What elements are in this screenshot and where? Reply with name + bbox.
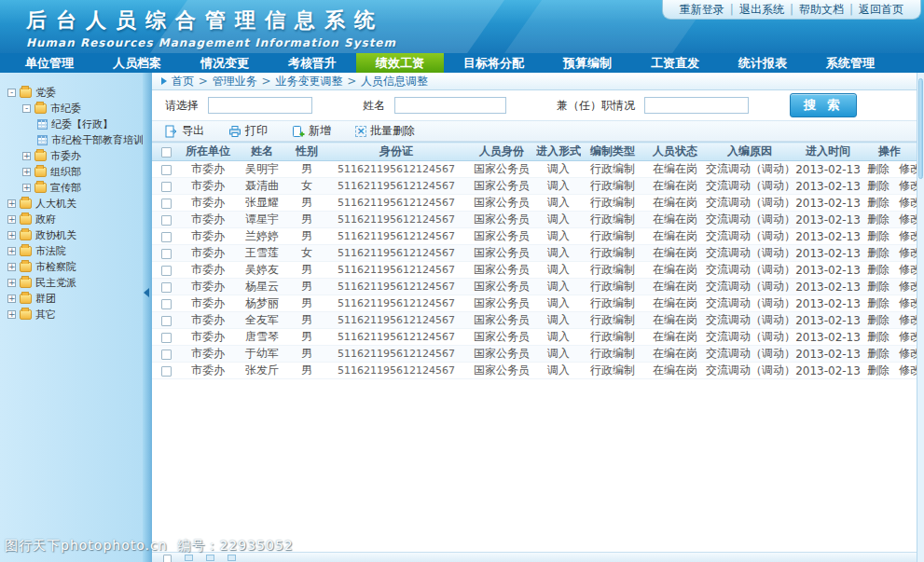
tree-node-1[interactable]: -党委 [0, 85, 143, 101]
delete-link[interactable]: 删除 [862, 347, 894, 360]
breadcrumb-item-2[interactable]: 管理业务 [213, 75, 257, 88]
tree-node-6[interactable]: +组织部 [0, 164, 143, 180]
tree-node-11[interactable]: +市法院 [0, 243, 143, 259]
expand-toggle-icon[interactable]: + [22, 168, 31, 176]
delete-link[interactable]: 删除 [862, 263, 894, 276]
delete-link[interactable]: 删除 [862, 179, 894, 192]
edit-link[interactable]: 修改 [894, 313, 917, 326]
row-checkbox[interactable] [161, 299, 172, 309]
edit-link[interactable]: 修改 [894, 196, 917, 209]
edit-link[interactable]: 修改 [894, 363, 917, 377]
breadcrumb-item-3[interactable]: 业务变更调整 [275, 75, 342, 88]
nav-item-5[interactable]: 绩效工资 [356, 53, 444, 73]
tree-node-5[interactable]: +市委办 [0, 148, 143, 164]
quick-link-2[interactable]: 退出系统 [734, 2, 790, 18]
select-all-checkbox[interactable] [161, 147, 172, 158]
search-button[interactable]: 搜 索 [790, 93, 857, 117]
scrollbar-thumb[interactable] [918, 78, 923, 179]
nav-item-6[interactable]: 目标将分配 [444, 53, 544, 73]
export-button[interactable]: 导出 [165, 123, 204, 139]
edit-link[interactable]: 修改 [894, 179, 917, 192]
delete-link[interactable]: 删除 [862, 330, 894, 343]
expand-toggle-icon[interactable]: + [7, 279, 16, 287]
edit-link[interactable]: 修改 [894, 330, 917, 343]
cell-entry: 调入 [536, 295, 581, 312]
nav-item-8[interactable]: 工资直发 [631, 53, 719, 73]
delete-link[interactable]: 删除 [862, 363, 894, 377]
edit-link[interactable]: 修改 [894, 263, 917, 276]
tree-node-4[interactable]: 市纪检干部教育培训中心 [0, 132, 143, 148]
tree-node-13[interactable]: +民主党派 [0, 275, 143, 291]
tree-node-9[interactable]: +政府 [0, 212, 143, 227]
tree-node-14[interactable]: +群团 [0, 291, 143, 307]
expand-toggle-icon[interactable]: + [7, 295, 16, 303]
breadcrumb-item-1[interactable]: 首页 [172, 75, 194, 88]
quick-link-1[interactable]: 重新登录 [674, 2, 730, 18]
delete-link[interactable]: 删除 [862, 280, 894, 293]
edit-link[interactable]: 修改 [894, 229, 917, 242]
expand-toggle-icon[interactable]: + [7, 310, 16, 319]
expand-toggle-icon[interactable]: + [7, 199, 16, 208]
tree-node-3[interactable]: 纪委【行政】 [0, 117, 143, 132]
quick-link-4[interactable]: 返回首页 [853, 2, 909, 18]
nav-item-7[interactable]: 预算编制 [544, 53, 631, 73]
nav-item-10[interactable]: 系统管理 [807, 53, 894, 73]
tree-node-12[interactable]: +市检察院 [0, 259, 143, 275]
breadcrumb-item-4[interactable]: 人员信息调整 [361, 75, 428, 88]
table-row: 市委办聂清曲女511621195612124567国家公务员调入行政编制在编在岗… [152, 178, 917, 195]
nav-item-4[interactable]: 考核晋升 [269, 53, 356, 73]
batch-delete-button[interactable]: × 批量删除 [355, 123, 415, 139]
edit-link[interactable]: 修改 [894, 347, 917, 360]
expand-toggle-icon[interactable]: + [22, 152, 31, 160]
collapse-arrow-icon[interactable] [144, 288, 149, 297]
tree-node-7[interactable]: +宣传部 [0, 180, 143, 196]
footer-select-all-checkbox[interactable] [163, 555, 172, 562]
collapse-toggle-icon[interactable]: - [22, 104, 31, 113]
tree-node-15[interactable]: +其它 [0, 307, 143, 322]
nav-item-3[interactable]: 情况变更 [181, 53, 269, 73]
tree-node-8[interactable]: +人大机关 [0, 196, 143, 212]
job-filter-input[interactable] [644, 97, 749, 114]
row-checkbox[interactable] [161, 215, 172, 226]
delete-link[interactable]: 删除 [862, 196, 894, 209]
row-checkbox[interactable] [161, 165, 172, 175]
expand-toggle-icon[interactable]: + [7, 247, 16, 255]
row-checkbox[interactable] [161, 182, 172, 192]
add-button[interactable]: 新增 [292, 123, 331, 139]
row-checkbox[interactable] [161, 199, 172, 209]
nav-item-1[interactable]: 单位管理 [6, 53, 93, 73]
nav-item-9[interactable]: 统计报表 [719, 53, 807, 73]
row-checkbox[interactable] [161, 266, 172, 276]
collapse-toggle-icon[interactable]: - [7, 89, 16, 97]
expand-toggle-icon[interactable]: + [7, 263, 16, 271]
delete-link[interactable]: 删除 [862, 229, 894, 242]
name-filter-input[interactable] [394, 97, 506, 114]
row-checkbox[interactable] [161, 366, 172, 377]
row-checkbox[interactable] [161, 316, 172, 326]
edit-link[interactable]: 修改 [894, 162, 917, 175]
edit-link[interactable]: 修改 [894, 296, 917, 309]
select-filter-input[interactable] [208, 97, 312, 114]
edit-link[interactable]: 修改 [894, 246, 917, 259]
row-checkbox[interactable] [161, 249, 172, 259]
tree-node-10[interactable]: +政协机关 [0, 227, 143, 243]
quick-link-3[interactable]: 帮助文档 [793, 2, 849, 18]
expand-toggle-icon[interactable]: + [22, 184, 31, 192]
row-checkbox[interactable] [161, 232, 172, 242]
delete-link[interactable]: 删除 [862, 313, 894, 326]
delete-link[interactable]: 删除 [862, 162, 894, 175]
print-button[interactable]: 打印 [228, 123, 268, 139]
nav-item-2[interactable]: 人员档案 [93, 53, 181, 73]
expand-toggle-icon[interactable]: + [7, 231, 16, 240]
edit-link[interactable]: 修改 [894, 280, 917, 293]
row-checkbox[interactable] [161, 333, 172, 343]
row-checkbox[interactable] [161, 350, 172, 360]
vertical-scrollbar[interactable] [917, 73, 924, 562]
expand-toggle-icon[interactable]: + [7, 215, 16, 224]
delete-link[interactable]: 删除 [862, 246, 894, 259]
edit-link[interactable]: 修改 [894, 212, 917, 226]
tree-node-2[interactable]: -市纪委 [0, 101, 143, 117]
delete-link[interactable]: 删除 [862, 212, 894, 226]
row-checkbox[interactable] [161, 282, 172, 293]
delete-link[interactable]: 删除 [862, 296, 894, 309]
